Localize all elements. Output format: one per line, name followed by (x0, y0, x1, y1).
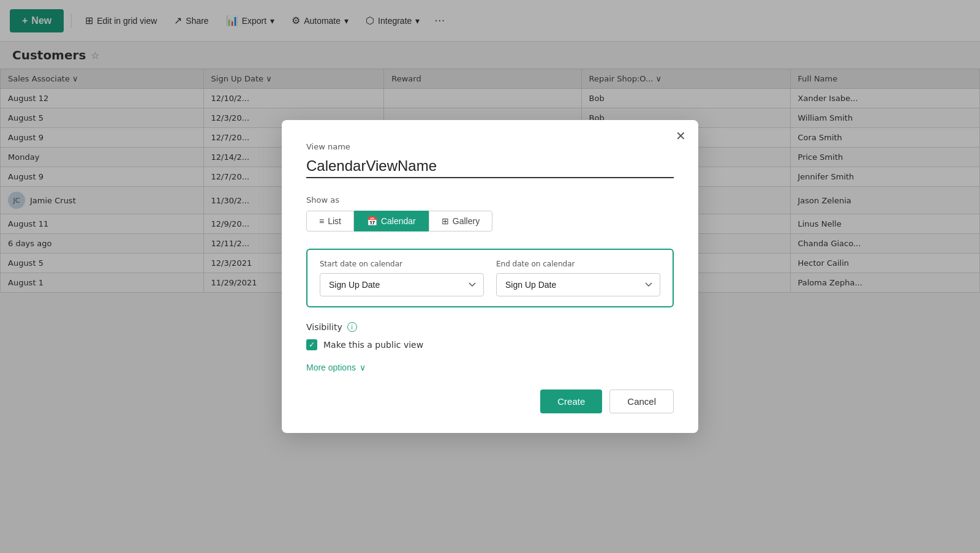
start-date-field: Start date on calendar Sign Up Date Crea… (320, 260, 484, 296)
visibility-label: Visibility (306, 322, 342, 332)
create-view-dialog: ✕ View name Show as ≡ List 📅 Calendar ⊞ … (282, 120, 698, 433)
gallery-icon: ⊞ (442, 216, 449, 226)
visibility-section: Visibility i ✓ Make this a public view (306, 322, 674, 350)
start-date-select[interactable]: Sign Up Date Created Date Modified Date (320, 273, 484, 296)
calendar-view-button[interactable]: 📅 Calendar (354, 211, 429, 231)
show-as-label: Show as (306, 195, 674, 205)
visibility-info-icon[interactable]: i (347, 322, 357, 332)
more-options-button[interactable]: More options ∨ (306, 363, 366, 372)
close-button[interactable]: ✕ (676, 130, 686, 142)
date-fields-section: Start date on calendar Sign Up Date Crea… (306, 249, 674, 307)
list-view-button[interactable]: ≡ List (306, 211, 354, 231)
create-button[interactable]: Create (540, 389, 602, 413)
end-date-field: End date on calendar Sign Up Date Create… (496, 260, 660, 296)
more-options-label: More options (306, 363, 356, 372)
end-date-select[interactable]: Sign Up Date Created Date Modified Date (496, 273, 660, 296)
gallery-view-button[interactable]: ⊞ Gallery (429, 211, 492, 231)
make-public-label: Make this a public view (323, 340, 423, 350)
make-public-row: ✓ Make this a public view (306, 339, 674, 350)
more-options-chevron-icon: ∨ (360, 363, 366, 372)
list-icon: ≡ (319, 216, 324, 226)
cancel-button[interactable]: Cancel (609, 389, 674, 413)
view-name-label: View name (306, 142, 674, 151)
make-public-checkbox[interactable]: ✓ (306, 339, 317, 350)
modal-overlay: ✕ View name Show as ≡ List 📅 Calendar ⊞ … (0, 0, 980, 553)
view-type-selector: ≡ List 📅 Calendar ⊞ Gallery (306, 211, 674, 231)
end-date-label: End date on calendar (496, 260, 660, 268)
start-date-label: Start date on calendar (320, 260, 484, 268)
calendar-icon: 📅 (367, 216, 377, 226)
view-name-input[interactable] (306, 155, 674, 178)
dialog-footer: Create Cancel (306, 389, 674, 413)
